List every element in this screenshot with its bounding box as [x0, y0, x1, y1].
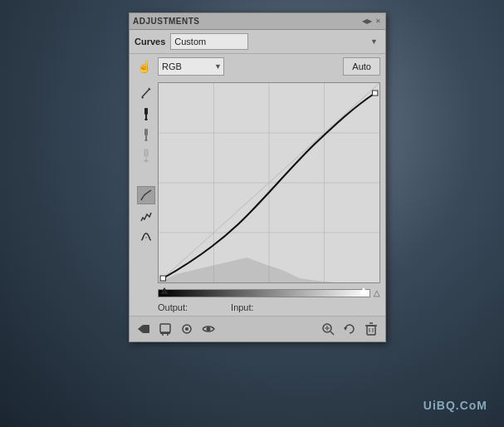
panel-title-area: ADJUSTMENTS	[133, 17, 200, 26]
zoom-icon[interactable]	[319, 320, 337, 338]
svg-point-33	[207, 327, 211, 331]
auto-button[interactable]: Auto	[343, 57, 380, 76]
svg-marker-2	[141, 97, 144, 99]
curves-chart[interactable]	[158, 82, 380, 283]
svg-marker-6	[144, 119, 148, 120]
preset-wrapper: Custom Default Strong Contrast Linear Co…	[170, 33, 380, 50]
gradient-triangle: △	[374, 288, 380, 297]
left-tools	[135, 82, 158, 283]
pencil-tool[interactable]	[137, 84, 155, 102]
watermark: UiBQ.CoM	[423, 399, 487, 412]
svg-rect-26	[143, 325, 149, 333]
svg-rect-27	[160, 324, 170, 332]
undo-icon[interactable]	[340, 320, 359, 338]
gradient-handle-left[interactable]	[160, 287, 169, 294]
output-input-row: Output: Input:	[130, 299, 385, 316]
reset-adjustments-icon[interactable]	[135, 320, 153, 338]
panel-header: Curves Custom Default Strong Contrast Li…	[130, 30, 385, 54]
panel-title-icons: ◀▶ ✕	[363, 17, 382, 26]
eyedropper-black[interactable]	[137, 105, 155, 123]
eyedropper-white[interactable]	[137, 146, 155, 164]
panel-body	[130, 79, 385, 287]
smooth-tool[interactable]	[137, 228, 155, 246]
channel-select[interactable]: RGB Red Green Blue	[158, 57, 224, 76]
svg-point-32	[185, 327, 188, 331]
panel-tools-row: ☝ RGB Red Green Blue ▼ Auto	[130, 54, 385, 79]
svg-rect-24	[372, 91, 377, 96]
svg-rect-7	[144, 129, 148, 135]
bottom-right-tools	[319, 320, 380, 338]
svg-marker-9	[144, 140, 148, 141]
preset-arrow-icon: ▼	[370, 37, 378, 46]
svg-rect-23	[160, 276, 165, 281]
channel-wrapper: RGB Red Green Blue ▼	[158, 57, 224, 76]
svg-marker-25	[138, 325, 143, 333]
curves-canvas	[159, 83, 379, 282]
adjustments-panel: ADJUSTMENTS ◀▶ ✕ Curves Custom Default S…	[129, 12, 386, 342]
bottom-left-tools	[135, 320, 218, 338]
bottom-toolbar	[130, 316, 385, 341]
svg-rect-39	[367, 326, 375, 335]
panel-titlebar: ADJUSTMENTS ◀▶ ✕	[130, 13, 385, 30]
svg-rect-10	[144, 150, 148, 156]
close-icon[interactable]: ✕	[374, 17, 382, 26]
curve-tool[interactable]	[137, 186, 155, 204]
svg-marker-12	[144, 160, 148, 162]
svg-line-35	[330, 331, 334, 335]
eyedropper-gray[interactable]	[137, 125, 155, 144]
curves-svg	[159, 83, 379, 282]
finger-tool-icon[interactable]: ☝	[135, 57, 153, 76]
eye-icon[interactable]	[199, 320, 218, 338]
collapse-icon[interactable]: ◀▶	[363, 17, 371, 26]
svg-rect-4	[144, 108, 148, 115]
visibility-icon[interactable]	[178, 320, 196, 338]
svg-marker-38	[344, 327, 347, 331]
gradient-bar[interactable]	[158, 289, 370, 297]
clip-to-layer-icon[interactable]	[156, 320, 174, 338]
preset-select[interactable]: Custom Default Strong Contrast Linear Co…	[170, 33, 248, 50]
freehand-draw-tool[interactable]	[137, 207, 155, 225]
svg-text:☝: ☝	[137, 60, 152, 74]
gradient-bar-row: △	[130, 287, 385, 299]
svg-line-1	[142, 89, 149, 97]
curves-label: Curves	[135, 37, 165, 47]
panel-title: ADJUSTMENTS	[133, 17, 200, 26]
delete-icon[interactable]	[362, 320, 380, 338]
input-label: Input:	[231, 302, 254, 312]
gradient-handle-right[interactable]	[360, 287, 368, 294]
output-label: Output:	[158, 302, 188, 312]
